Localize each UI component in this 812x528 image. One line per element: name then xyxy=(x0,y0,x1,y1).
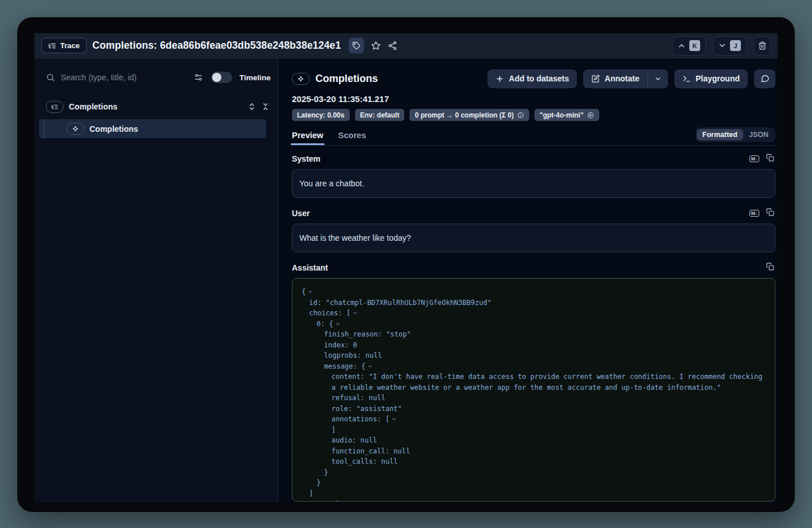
list-tree-icon xyxy=(48,42,56,50)
tree-root-item[interactable]: Completions xyxy=(46,99,271,115)
next-trace-button[interactable]: J xyxy=(713,36,747,56)
metric-badge-label: Latency: 0.00s xyxy=(297,111,345,119)
share-button[interactable] xyxy=(388,41,397,50)
tab-preview[interactable]: Preview xyxy=(292,131,323,145)
user-label: User xyxy=(292,209,310,218)
json-line: } xyxy=(302,478,766,488)
json-line-text: id: "chatcmpl-BD7XRulRhULb7NjGfeOkhN3BB9… xyxy=(309,298,491,308)
timeline-toggle[interactable] xyxy=(211,72,232,83)
collapse-all-icon[interactable] xyxy=(261,103,270,111)
observation-title: Completions xyxy=(315,73,378,85)
tree-settings-button[interactable] xyxy=(194,73,203,82)
expand-chevron-icon xyxy=(335,321,341,327)
trace-badge-label: Trace xyxy=(60,41,80,50)
copy-button[interactable] xyxy=(766,154,774,164)
metric-badge[interactable]: Env: default xyxy=(355,109,405,121)
comment-bubble-icon xyxy=(760,74,770,83)
json-line: function_call: null xyxy=(302,446,766,457)
copy-button[interactable] xyxy=(766,208,774,218)
json-line-text: ] xyxy=(309,488,313,499)
json-collapse-toggle[interactable] xyxy=(367,363,373,369)
json-collapse-toggle[interactable] xyxy=(335,321,341,327)
json-line: ] xyxy=(302,488,766,499)
observation-actions: Add to datasets Annotate xyxy=(487,69,775,88)
markdown-toggle-icon[interactable]: M↓ xyxy=(749,155,759,163)
tree-child-label: Completions xyxy=(89,124,138,134)
tree-search-row: Timeline xyxy=(46,69,271,86)
json-line-text: finish_reason: "stop" xyxy=(324,329,411,340)
json-line-text: index: 0 xyxy=(324,340,357,351)
json-line-text: a reliable weather website or a weather … xyxy=(331,382,721,393)
previous-trace-button[interactable]: K xyxy=(672,36,706,56)
delete-trace-button[interactable] xyxy=(754,36,771,56)
json-collapse-toggle[interactable] xyxy=(391,416,397,422)
search-icon xyxy=(46,73,55,82)
markdown-toggle-icon[interactable]: M↓ xyxy=(749,210,759,217)
detail-tabs: Preview Scores Formatted JSON xyxy=(292,128,775,146)
observation-detail-panel: Completions Add to datasets Annotate xyxy=(278,58,778,503)
plus-icon xyxy=(495,75,504,83)
tag-button[interactable] xyxy=(349,38,364,53)
circle-plus-icon xyxy=(587,112,594,119)
add-to-datasets-button[interactable]: Add to datasets xyxy=(487,69,577,88)
expand-chevron-icon xyxy=(391,416,397,422)
chevron-up-icon xyxy=(678,42,685,49)
json-line-text: message: { xyxy=(324,361,365,372)
format-toggle-formatted[interactable]: Formatted xyxy=(697,129,743,140)
comments-button[interactable] xyxy=(754,69,775,88)
trace-header-bar: Trace Completions: 6dea86b6feae03db538e2… xyxy=(34,33,778,58)
json-line: message: { xyxy=(302,361,766,372)
json-line-text: ] xyxy=(331,425,335,436)
toggle-knob xyxy=(212,73,221,82)
metric-badges-row: Latency: 0.00sEnv: default0 prompt → 0 c… xyxy=(292,109,775,121)
system-section-icons: M↓ xyxy=(749,154,774,164)
expand-all-icon[interactable] xyxy=(248,103,256,111)
user-message-box: What is the weather like today? xyxy=(292,224,775,252)
list-tree-icon xyxy=(51,103,58,111)
json-line-text: refusal: null xyxy=(331,393,385,404)
kbd-k: K xyxy=(689,40,700,51)
user-section-header: User M↓ xyxy=(292,208,775,218)
share-icon xyxy=(388,41,397,50)
playground-button[interactable]: Playground xyxy=(674,69,748,88)
json-collapse-toggle[interactable] xyxy=(352,310,358,316)
json-line-text: content: "I don't have real-time data ac… xyxy=(331,371,762,382)
json-line: { xyxy=(302,287,766,298)
generation-icon xyxy=(72,125,79,132)
json-collapse-toggle[interactable] xyxy=(307,289,313,295)
chevron-down-icon xyxy=(719,42,726,49)
trace-title: Completions: 6dea86b6feae03db538e248b38e… xyxy=(92,40,341,52)
tree-item-generation[interactable]: Completions xyxy=(39,119,266,138)
format-toggle-json[interactable]: JSON xyxy=(743,129,774,140)
tab-scores[interactable]: Scores xyxy=(338,131,366,145)
annotate-button[interactable]: Annotate xyxy=(583,69,647,88)
assistant-json-viewer[interactable]: {id: "chatcmpl-BD7XRulRhULb7NjGfeOkhN3BB… xyxy=(292,278,775,502)
json-line: tool_calls: null xyxy=(302,456,766,467)
metric-badge[interactable]: "gpt-4o-mini" xyxy=(534,109,599,121)
json-line: ] xyxy=(302,425,766,436)
json-line: 0: { xyxy=(302,319,766,330)
topbar-right-group: K J xyxy=(672,36,771,56)
json-line: choices: [ xyxy=(302,308,766,319)
annotate-dropdown-button[interactable] xyxy=(647,69,668,88)
system-message-box: You are a chatbot. xyxy=(292,169,775,198)
pen-icon xyxy=(591,75,600,83)
trash-icon xyxy=(758,41,767,50)
assistant-label: Assistant xyxy=(292,263,328,272)
json-line: a reliable weather website or a weather … xyxy=(302,382,766,393)
system-label: System xyxy=(292,154,321,163)
metric-badge[interactable]: Latency: 0.00s xyxy=(292,109,350,121)
copy-icon xyxy=(766,154,774,162)
json-line-text: choices: [ xyxy=(309,308,350,319)
format-toggle: Formatted JSON xyxy=(696,127,775,142)
search-input[interactable] xyxy=(61,73,188,82)
star-button[interactable] xyxy=(371,41,381,50)
trace-tree-sidebar: Timeline Completions xyxy=(34,58,278,503)
copy-button[interactable] xyxy=(766,263,774,273)
json-line: logprobs: null xyxy=(302,350,766,361)
annotate-split-button: Annotate xyxy=(583,69,668,88)
metric-badge[interactable]: 0 prompt → 0 completion (Σ 0) xyxy=(409,109,529,121)
terminal-icon xyxy=(682,75,691,83)
json-line-text: role: "assistant" xyxy=(331,404,402,414)
trace-detail-app: Trace Completions: 6dea86b6feae03db538e2… xyxy=(34,33,778,503)
